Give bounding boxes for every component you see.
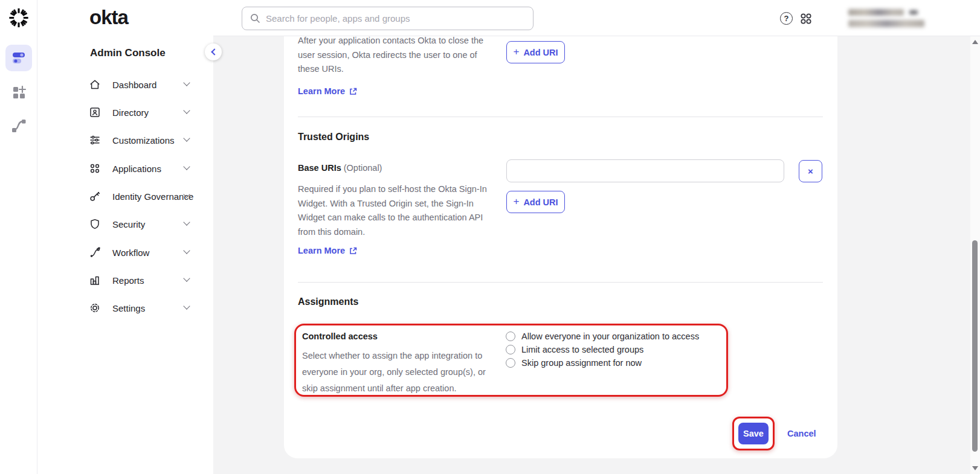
- learn-more-label: Learn More: [298, 246, 345, 255]
- controlled-access-options: Allow everyone in your organization to a…: [506, 331, 699, 371]
- chevron-down-icon: [183, 275, 190, 281]
- grid-plus-icon: [11, 85, 27, 100]
- trusted-origins-description: Required if you plan to self-host the Ok…: [298, 182, 492, 239]
- icon-rail: [0, 0, 37, 474]
- sidebar-item-settings[interactable]: Settings: [83, 296, 204, 319]
- sidebar-item-identity-governance[interactable]: Identity Governance: [83, 185, 204, 208]
- app-grid-icon: [89, 162, 101, 175]
- optional-tag: (Optional): [344, 163, 382, 173]
- search-input[interactable]: [266, 13, 533, 24]
- radio-icon[interactable]: [506, 331, 515, 341]
- assignments-heading: Assignments: [298, 296, 358, 307]
- section-divider: [298, 282, 823, 283]
- radio-label: Limit access to selected groups: [521, 345, 643, 354]
- chevron-down-icon: [183, 247, 190, 254]
- okta-wordmark: okta: [89, 6, 128, 29]
- radio-option-limit-groups[interactable]: Limit access to selected groups: [506, 345, 699, 354]
- external-link-icon: [349, 247, 357, 255]
- app-switcher-icon[interactable]: [800, 13, 812, 25]
- sidebar-item-label: Workflow: [112, 248, 149, 258]
- controlled-access-label: Controlled access: [302, 331, 378, 341]
- okta-spinner-icon: [8, 7, 29, 29]
- console-title: Admin Console: [90, 47, 166, 59]
- cancel-button[interactable]: Cancel: [787, 429, 816, 438]
- trusted-origins-heading: Trusted Origins: [298, 132, 369, 143]
- global-search[interactable]: [242, 7, 534, 30]
- save-button-highlight: Save: [732, 417, 775, 450]
- radio-icon[interactable]: [506, 358, 515, 368]
- scroll-down-arrow[interactable]: [972, 466, 978, 470]
- sliders-icon: [89, 134, 101, 146]
- rail-item-add-apps[interactable]: [8, 82, 29, 103]
- add-uri-button-trusted[interactable]: + Add URI: [506, 191, 565, 213]
- sidebar-item-label: Identity Governance: [112, 191, 193, 202]
- workflow-icon: [89, 246, 101, 258]
- radio-icon[interactable]: [506, 345, 515, 354]
- plus-icon: +: [513, 196, 519, 208]
- search-icon: [250, 13, 260, 24]
- add-uri-label: Add URI: [523, 48, 558, 57]
- base-uris-label: Base URIs (Optional): [298, 163, 382, 173]
- sidebar-item-label: Customizations: [112, 135, 175, 146]
- key-icon: [89, 190, 101, 202]
- sidebar-item-workflow[interactable]: Workflow: [83, 241, 204, 264]
- help-icon[interactable]: ?: [780, 12, 793, 25]
- chevron-down-icon: [183, 79, 190, 86]
- admin-console-icon: [11, 51, 26, 65]
- external-link-icon: [349, 88, 357, 95]
- chevron-down-icon: [183, 135, 190, 141]
- sidebar-item-customizations[interactable]: Customizations: [83, 129, 204, 152]
- gear-icon: [89, 302, 101, 314]
- shield-icon: [89, 218, 101, 230]
- learn-more-label: Learn More: [298, 86, 345, 96]
- bar-chart-icon: [89, 274, 101, 286]
- chevron-down-icon: [183, 163, 190, 170]
- radio-label: Allow everyone in your organization to a…: [521, 331, 699, 341]
- add-uri-button-logout[interactable]: + Add URI: [506, 41, 565, 63]
- base-uris-label-text: Base URIs: [298, 163, 341, 173]
- rail-item-admin-console[interactable]: [5, 45, 32, 71]
- save-button[interactable]: Save: [738, 423, 769, 444]
- sidebar-item-applications[interactable]: Applications: [83, 157, 204, 180]
- vertical-scrollbar[interactable]: [970, 36, 980, 474]
- add-uri-label: Add URI: [523, 197, 558, 207]
- plus-icon: +: [513, 46, 519, 58]
- base-uri-input[interactable]: [506, 159, 784, 182]
- sidebar-item-directory[interactable]: Directory: [83, 101, 204, 124]
- chevron-left-icon: [211, 48, 218, 55]
- app-settings-card: After your application contacts Okta to …: [284, 36, 837, 458]
- learn-more-link-logout[interactable]: Learn More: [298, 86, 357, 96]
- topbar: ?: [213, 0, 980, 36]
- learn-more-link-trusted[interactable]: Learn More: [298, 246, 357, 255]
- rail-item-integrations[interactable]: [8, 115, 29, 135]
- remove-uri-button[interactable]: ×: [799, 160, 822, 182]
- sidebar-item-label: Directory: [112, 107, 149, 118]
- sidebar-item-label: Reports: [112, 275, 144, 286]
- okta-logo[interactable]: [8, 7, 29, 28]
- radio-option-allow-everyone[interactable]: Allow everyone in your organization to a…: [506, 331, 699, 341]
- sidebar-nav: okta Admin Console Dashboard Directory C…: [38, 0, 213, 474]
- radio-label: Skip group assignment for now: [521, 358, 642, 368]
- close-icon: ×: [808, 166, 813, 176]
- chevron-down-icon: [183, 107, 190, 114]
- scrollbar-thumb[interactable]: [972, 240, 978, 452]
- org-name-redacted: [848, 20, 924, 27]
- sidebar-item-label: Settings: [112, 303, 145, 313]
- directory-card-icon: [89, 106, 101, 118]
- workflow-link-icon: [10, 117, 27, 133]
- radio-option-skip-assignment[interactable]: Skip group assignment for now: [506, 358, 699, 368]
- sidebar-item-label: Dashboard: [112, 80, 156, 90]
- scroll-up-arrow[interactable]: [972, 40, 978, 44]
- user-badge-redacted: [909, 10, 918, 14]
- home-icon: [89, 78, 101, 91]
- sidebar-item-dashboard[interactable]: Dashboard: [83, 73, 204, 96]
- chevron-down-icon: [183, 219, 190, 225]
- sidebar-item-label: Security: [112, 219, 145, 229]
- sidebar-collapse-button[interactable]: [205, 43, 222, 60]
- question-glyph: ?: [784, 14, 789, 23]
- sidebar-item-label: Applications: [112, 164, 161, 174]
- sidebar-item-reports[interactable]: Reports: [83, 269, 204, 292]
- section-divider: [298, 117, 823, 117]
- user-name-redacted: [848, 9, 904, 16]
- sidebar-item-security[interactable]: Security: [83, 213, 204, 235]
